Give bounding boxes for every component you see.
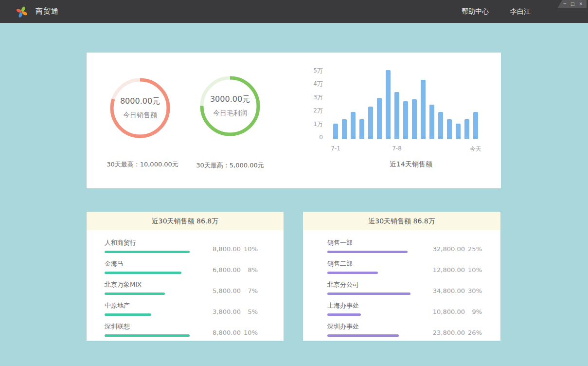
x-tick-label: 7-8	[392, 145, 402, 152]
item-amount: 6,800.00	[213, 266, 241, 274]
bar	[412, 99, 417, 139]
item-percent: 30%	[467, 287, 482, 294]
bar-series	[333, 70, 478, 139]
bar	[456, 124, 461, 139]
bar	[351, 112, 356, 139]
y-tick-label: 5万	[303, 67, 323, 74]
y-tick-label: 2万	[303, 107, 323, 114]
item-amount: 23,800.00	[433, 329, 465, 336]
item-percent: 10%	[243, 329, 258, 336]
item-name: 深圳联想	[105, 322, 213, 331]
item-percent: 9%	[467, 308, 482, 315]
today-summary-card: 8000.00元 今日销售额 30天最高：10,000.00元 3000.00元…	[87, 53, 501, 188]
today-profit-30d-max: 30天最高：5,000.00元	[177, 161, 284, 170]
bar	[342, 119, 347, 139]
item-bar	[105, 313, 151, 316]
department-list: 销售一部32,800.0025%销售二部12,800.0010%北京分公司34,…	[303, 230, 500, 337]
item-name: 销售一部	[327, 238, 433, 247]
item-name: 中原地产	[105, 301, 213, 310]
item-bar	[105, 293, 165, 295]
window-controls: ─ □ ✕	[557, 0, 587, 8]
item-percent: 7%	[243, 287, 258, 294]
item-percent: 26%	[467, 329, 482, 336]
user-menu[interactable]: 李白江	[510, 7, 531, 16]
app-window: 商贸通 帮助中心 李白江 ─ □ ✕ 8000.00元 今日销售额 30天最高：…	[0, 0, 588, 366]
today-sales-caption: 今日销售额	[123, 111, 157, 120]
item-amount: 8,800.00	[213, 245, 241, 253]
x-tick-label: 7-1	[331, 145, 340, 152]
item-bar	[327, 334, 399, 337]
close-button[interactable]: ✕	[579, 0, 583, 8]
bar	[464, 119, 469, 139]
bar	[429, 105, 434, 139]
list-item: 深圳联想8,800.0010%	[105, 322, 258, 337]
item-bar	[327, 313, 361, 316]
today-profit-caption: 今日毛利润	[213, 109, 247, 118]
department-card-title: 近30天销售额 86.8万	[303, 212, 500, 230]
y-tick-label: 3万	[303, 94, 323, 101]
bar	[447, 119, 452, 139]
bar	[473, 112, 478, 139]
minimize-button[interactable]: ─	[564, 0, 566, 8]
item-amount: 12,800.00	[433, 266, 465, 274]
app-logo-icon	[15, 4, 29, 19]
item-percent: 25%	[467, 245, 482, 253]
item-name: 上海办事处	[327, 301, 433, 310]
department-sales-card: 近30天销售额 86.8万 销售一部32,800.0025%销售二部12,800…	[303, 212, 500, 341]
item-percent: 8%	[243, 266, 258, 274]
help-center-link[interactable]: 帮助中心	[462, 7, 489, 16]
list-item: 北京分公司34,800.0030%	[327, 280, 482, 295]
item-bar	[327, 293, 410, 295]
item-percent: 5%	[243, 308, 258, 315]
y-tick-label: 0	[303, 134, 323, 141]
bar	[359, 119, 364, 139]
app-title: 商贸通	[36, 7, 59, 16]
item-name: 人和商贸行	[105, 238, 213, 247]
list-item: 销售二部12,800.0010%	[327, 259, 482, 274]
customer-list: 人和商贸行8,800.0010%金海马6,800.008%北京万象MIX5,80…	[87, 230, 284, 337]
today-profit-gauge: 3000.00元 今日毛利润	[198, 74, 262, 138]
item-amount: 8,800.00	[213, 329, 241, 336]
list-item: 北京万象MIX5,800.007%	[105, 280, 258, 295]
bar	[421, 80, 426, 139]
list-item: 人和商贸行8,800.0010%	[105, 238, 258, 253]
today-profit-value: 3000.00元	[210, 94, 250, 105]
titlebar-menu: 帮助中心 李白江	[462, 7, 588, 16]
item-bar	[105, 251, 190, 253]
today-sales-gauge: 8000.00元 今日销售额	[108, 76, 172, 140]
bar	[368, 107, 373, 139]
bar	[377, 98, 382, 139]
bar	[386, 70, 391, 139]
item-bar	[105, 272, 181, 274]
item-amount: 3,800.00	[213, 308, 241, 315]
y-tick-label: 4万	[303, 80, 323, 87]
item-name: 北京万象MIX	[105, 280, 213, 289]
item-bar	[327, 272, 378, 274]
today-sales-value: 8000.00元	[120, 96, 160, 107]
bar	[438, 112, 443, 139]
item-bar	[105, 334, 190, 337]
item-name: 销售二部	[327, 259, 433, 268]
list-item: 深圳办事处23,800.0026%	[327, 322, 482, 337]
item-percent: 10%	[243, 245, 258, 253]
list-item: 中原地产3,800.005%	[105, 301, 258, 316]
item-name: 金海马	[105, 259, 213, 268]
item-amount: 32,800.00	[433, 245, 465, 253]
maximize-button[interactable]: □	[570, 0, 575, 8]
item-name: 北京分公司	[327, 280, 433, 289]
bar	[403, 101, 408, 139]
item-amount: 10,800.00	[433, 308, 465, 315]
customer-sales-card: 近30天销售额 86.8万 人和商贸行8,800.0010%金海马6,800.0…	[87, 212, 284, 341]
list-item: 金海马6,800.008%	[105, 259, 258, 274]
list-item: 销售一部32,800.0025%	[327, 238, 482, 253]
bar	[333, 124, 338, 139]
customer-card-title: 近30天销售额 86.8万	[87, 212, 284, 230]
titlebar: 商贸通 帮助中心 李白江 ─ □ ✕	[0, 0, 588, 23]
x-tick-label: 今天	[470, 145, 481, 153]
item-percent: 10%	[467, 266, 482, 274]
bar	[394, 92, 399, 139]
y-tick-label: 1万	[303, 121, 323, 128]
item-name: 深圳办事处	[327, 322, 433, 331]
sales-14d-bar-chart: 5万4万3万2万1万0 7-17-8今天	[311, 63, 492, 165]
bar-chart-title: 近14天销售额	[390, 160, 432, 169]
